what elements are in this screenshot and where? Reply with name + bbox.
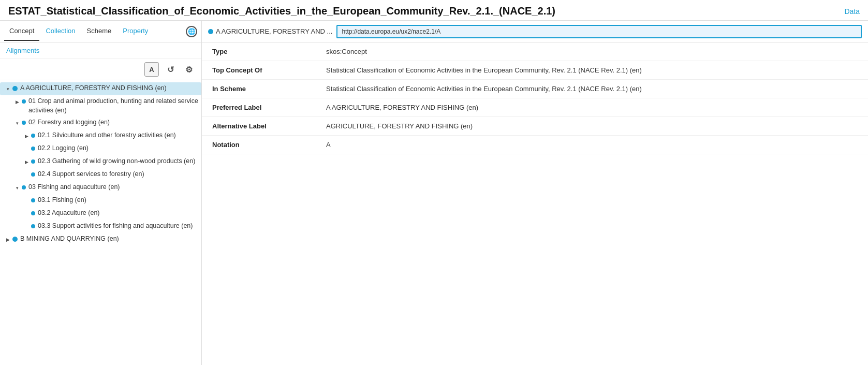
toggle-02-2 — [23, 144, 30, 154]
prop-row-top-concept-of: Top Concept Of Statistical Classificatio… — [202, 61, 868, 80]
tree-item-02-2[interactable]: 02.2 Logging (en) — [19, 142, 201, 155]
concept-short-label: A AGRICULTURE, FORESTRY AND ... — [216, 27, 332, 35]
prop-row-notation: Notation A — [202, 136, 868, 154]
tree-item-B[interactable]: ▶ B MINING AND QUARRYING (en) — [0, 233, 201, 246]
prop-row-in-scheme: In Scheme Statistical Classification of … — [202, 80, 868, 98]
tree-label-B: B MINING AND QUARRYING (en) — [20, 235, 119, 244]
main-container: Concept Collection Scheme Property 🌐 Ali… — [0, 21, 868, 365]
concept-dot-02-4 — [31, 172, 35, 177]
tree-item-02-3[interactable]: ▶ 02.3 Gathering of wild growing non-woo… — [19, 155, 201, 168]
url-input[interactable] — [336, 25, 862, 38]
tree-item-03-1[interactable]: 03.1 Fishing (en) — [19, 194, 201, 207]
toggle-02-1[interactable]: ▶ — [23, 132, 30, 141]
prop-value-type: skos:Concept — [326, 48, 858, 55]
tree-item-02-1[interactable]: ▶ 02.1 Silviculture and other forestry a… — [19, 129, 201, 142]
prop-row-alternative-label: Alternative Label AGRICULTURE, FORESTRY … — [202, 117, 868, 136]
tree-label-A: A AGRICULTURE, FORESTRY AND FISHING (en) — [20, 84, 167, 93]
tree-toolbar: A ↺ ⚙ — [0, 59, 201, 80]
refresh-button[interactable]: ↺ — [163, 62, 178, 77]
tree-label-02: 02 Forestry and logging (en) — [28, 118, 110, 127]
globe-icon[interactable]: 🌐 — [186, 26, 197, 37]
concept-dot-badge — [208, 29, 213, 34]
tabs-bar: Concept Collection Scheme Property 🌐 — [0, 21, 201, 42]
tab-collection[interactable]: Collection — [40, 22, 80, 41]
font-button[interactable]: A — [144, 62, 159, 77]
concept-dot-B — [12, 237, 18, 242]
concept-tree: ▾ A AGRICULTURE, FORESTRY AND FISHING (e… — [0, 80, 201, 365]
page-title: ESTAT_Statistical_Classification_of_Econ… — [8, 5, 555, 17]
toggle-01[interactable]: ▶ — [13, 97, 21, 107]
toggle-02-4 — [23, 170, 30, 180]
left-panel: Concept Collection Scheme Property 🌐 Ali… — [0, 21, 202, 365]
right-panel: A AGRICULTURE, FORESTRY AND ... Type sko… — [202, 21, 868, 365]
tree-item-01[interactable]: ▶ 01 Crop and animal production, hunting… — [9, 95, 201, 116]
tree-item-02[interactable]: ▾ 02 Forestry and logging (en) — [9, 116, 201, 129]
tree-label-03-2: 03.2 Aquaculture (en) — [38, 209, 100, 218]
toggle-B[interactable]: ▶ — [4, 235, 11, 244]
tree-label-02-4: 02.4 Support services to forestry (en) — [38, 170, 144, 179]
tab-property[interactable]: Property — [117, 22, 153, 41]
header: ESTAT_Statistical_Classification_of_Econ… — [0, 0, 868, 21]
properties-table: Type skos:Concept Top Concept Of Statist… — [202, 42, 868, 365]
right-topbar: A AGRICULTURE, FORESTRY AND ... — [202, 21, 868, 42]
tree-item-03-3[interactable]: 03.3 Support activities for fishing and … — [19, 220, 201, 233]
prop-label-alternative-label: Alternative Label — [212, 122, 326, 130]
concept-dot-A — [12, 86, 18, 91]
toggle-03[interactable]: ▾ — [13, 183, 21, 193]
tree-label-02-1: 02.1 Silviculture and other forestry act… — [38, 131, 176, 140]
prop-label-type: Type — [212, 48, 326, 55]
concept-dot-03-1 — [31, 198, 35, 202]
prop-label-preferred-label: Preferred Label — [212, 104, 326, 111]
tree-label-03: 03 Fishing and aquaculture (en) — [28, 183, 120, 192]
tab-concept[interactable]: Concept — [4, 22, 39, 41]
concept-dot-03-2 — [31, 211, 35, 215]
tree-label-02-3: 02.3 Gathering of wild growing non-wood … — [38, 157, 195, 166]
toggle-03-2 — [23, 209, 30, 218]
concept-badge: A AGRICULTURE, FORESTRY AND ... — [208, 27, 332, 35]
toggle-03-3 — [23, 222, 30, 231]
prop-value-alternative-label: AGRICULTURE, FORESTRY AND FISHING (en) — [326, 122, 858, 130]
prop-row-type: Type skos:Concept — [202, 42, 868, 61]
tree-label-01: 01 Crop and animal production, hunting a… — [28, 97, 198, 115]
concept-dot-02-1 — [31, 134, 35, 138]
tree-label-03-1: 03.1 Fishing (en) — [38, 196, 86, 205]
data-link[interactable]: Data — [844, 7, 860, 16]
alignments-bar: Alignments — [0, 42, 201, 59]
prop-label-in-scheme: In Scheme — [212, 85, 326, 93]
concept-dot-03 — [22, 185, 26, 189]
toggle-02[interactable]: ▾ — [13, 119, 21, 128]
prop-value-notation: A — [326, 141, 858, 149]
toggle-02-3[interactable]: ▶ — [23, 157, 30, 167]
toggle-03-1 — [23, 196, 30, 206]
concept-dot-02-2 — [31, 147, 35, 151]
concept-dot-01 — [22, 99, 26, 104]
concept-dot-02-3 — [31, 159, 35, 164]
prop-label-notation: Notation — [212, 141, 326, 149]
settings-button[interactable]: ⚙ — [182, 62, 196, 77]
prop-value-preferred-label: A AGRICULTURE, FORESTRY AND FISHING (en) — [326, 104, 858, 111]
tree-item-03[interactable]: ▾ 03 Fishing and aquaculture (en) — [9, 181, 201, 194]
prop-label-top-concept-of: Top Concept Of — [212, 66, 326, 74]
tree-label-03-3: 03.3 Support activities for fishing and … — [38, 222, 193, 231]
tab-scheme[interactable]: Scheme — [82, 22, 117, 41]
toggle-A[interactable]: ▾ — [4, 84, 11, 94]
concept-dot-03-3 — [31, 224, 35, 228]
prop-row-preferred-label: Preferred Label A AGRICULTURE, FORESTRY … — [202, 98, 868, 117]
tree-item-02-4[interactable]: 02.4 Support services to forestry (en) — [19, 168, 201, 181]
tree-label-02-2: 02.2 Logging (en) — [38, 144, 89, 153]
prop-value-top-concept-of: Statistical Classification of Economic A… — [326, 66, 858, 74]
concept-dot-02 — [22, 121, 26, 125]
tree-item-A[interactable]: ▾ A AGRICULTURE, FORESTRY AND FISHING (e… — [0, 82, 201, 95]
alignments-link[interactable]: Alignments — [6, 47, 39, 54]
prop-value-in-scheme: Statistical Classification of Economic A… — [326, 85, 858, 93]
tree-item-03-2[interactable]: 03.2 Aquaculture (en) — [19, 207, 201, 220]
